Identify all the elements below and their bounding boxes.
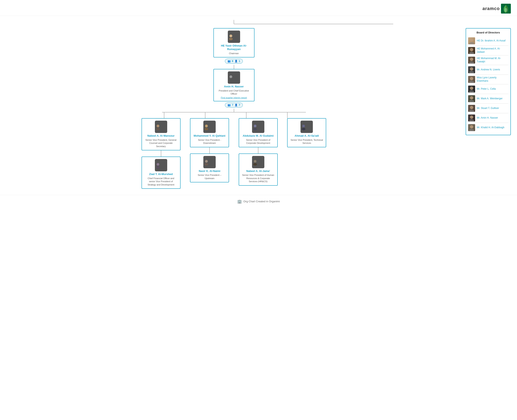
svg-point-19 [156, 166, 160, 169]
ceo-single-count: 7 [239, 104, 240, 106]
board-avatar-5 [468, 86, 475, 92]
svg-point-45 [469, 81, 474, 83]
ceo-title: President and Chief Executive Officer [217, 89, 251, 96]
chairman-node: HE Yasir Othman Al-Rumayyan Chairman [213, 28, 255, 57]
l2r2-node-1: Ziad T. Al-Murshed Chief Financial Offic… [141, 157, 181, 189]
group-icon-2: 👥 [228, 104, 231, 106]
footer-text: Org Chart Created in Organimi [243, 200, 280, 203]
svg-point-22 [205, 128, 208, 130]
l2-node-2: Mohammed Y. Al Qahtani Senior Vice Presi… [190, 118, 229, 147]
children-area: Nabeel A. Al Mansour Senior Vice Preside… [141, 112, 326, 189]
svg-point-54 [470, 125, 473, 128]
header: aramco [0, 0, 517, 16]
svg-point-26 [205, 160, 208, 162]
board-member-name-7: Mr. Stuart T. Gulliver [477, 107, 499, 110]
svg-point-6 [230, 35, 232, 37]
board-avatar-4 [468, 76, 475, 83]
l2-name-4: Ahmad A. Al-Sa'adi [290, 134, 323, 138]
l2r2-name-3: Nabeel A. Al-Jama' [242, 170, 274, 173]
l2-node-3: Abdulaziz M. Al Gudaimi Senior Vice Pres… [239, 118, 278, 147]
svg-point-41 [469, 61, 474, 64]
svg-point-16 [156, 128, 160, 130]
footer: 🏢 Org Chart Created in Organimi [0, 195, 517, 208]
svg-point-35 [302, 125, 305, 127]
v-sub-1 [161, 150, 161, 157]
l2-title-4: Senior Vice President, Technical Service… [290, 138, 323, 145]
l2-photo-2 [203, 121, 216, 133]
level2-row1: Nabeel A. Al Mansour Senior Vice Preside… [141, 118, 326, 189]
svg-point-36 [470, 38, 473, 42]
main-area: HE Yasir Othman Al-Rumayyan Chairman 👥 8… [0, 16, 517, 191]
chairman-single-count: 1 [239, 60, 240, 63]
v-line-ceo-children [234, 109, 234, 112]
svg-point-47 [469, 90, 474, 92]
board-member-name-1: HE Mohammed A. Al-Jadaan [477, 47, 508, 53]
person-icon-2: 👤 [235, 104, 238, 106]
board-member-2: HE Mohammad M. Al-Tuwaijri [468, 55, 508, 65]
aramco-leaf-icon [501, 4, 511, 14]
v-sub-3 [258, 147, 258, 153]
board-member-4: Miss Lynn Laverty Elsenhans [468, 75, 508, 84]
board-member-name-3: Mr. Andrew N. Liveris [477, 68, 500, 71]
chairman-section: HE Yasir Othman Al-Rumayyan Chairman 👥 8… [141, 28, 326, 189]
board-member-7: Mr. Stuart T. Gulliver [468, 104, 508, 113]
ceo-photo [228, 71, 240, 84]
svg-point-32 [254, 160, 256, 162]
board-member-0: HE Dr. Ibrahim A. Al-Assaf [468, 36, 508, 46]
board-avatar-9 [468, 124, 475, 131]
l2-title-2: Senior Vice President - Downstream [193, 138, 226, 145]
board-member-8: Mr. Amin H. Nasser [468, 113, 508, 123]
l2-photo-4 [301, 121, 313, 133]
svg-point-31 [253, 163, 257, 165]
l2r2-title-2: Senior Vice President – Upstream [193, 173, 226, 180]
chairman-group-count: 8 [232, 60, 233, 63]
l2r2-name-1: Ziad T. Al-Murshed [145, 172, 177, 176]
svg-point-46 [470, 87, 473, 90]
svg-point-8 [229, 79, 233, 81]
svg-point-52 [470, 115, 473, 119]
l2-col-1: Nabeel A. Al Mansour Senior Vice Preside… [141, 118, 181, 189]
chairman-title: Chairman [217, 52, 251, 55]
l2-col-3: Abdulaziz M. Al Gudaimi Senior Vice Pres… [239, 118, 278, 189]
svg-point-29 [254, 125, 256, 127]
board-member-name-6: Mr. Mark A. Weinberger [477, 97, 503, 100]
ceo-name: Amin H. Nasser [217, 85, 251, 89]
l2r2-node-3: Nabeel A. Al-Jama' Senior Vice President… [239, 153, 278, 186]
svg-point-44 [470, 77, 473, 80]
l2-col-4: Ahmad A. Al-Sa'adi Senior Vice President… [287, 118, 326, 189]
board-member-9: Mr. Khalid H. Al-Dabbagh [468, 123, 508, 132]
logo-container: aramco [482, 4, 511, 14]
ceo-report-link[interactable]: First quarter interim report [217, 97, 251, 99]
svg-point-37 [469, 42, 474, 44]
l2-node-4: Ahmad A. Al-Sa'adi Senior Vice President… [287, 118, 326, 147]
l2-name-2: Mohammed Y. Al Qahtani [193, 134, 226, 138]
l2r2-photo-1 [155, 159, 167, 171]
chairman-name: HE Yasir Othman Al-Rumayyan [217, 44, 251, 51]
svg-point-49 [469, 100, 474, 102]
l2-photo-1 [155, 121, 167, 133]
board-member-name-9: Mr. Khalid H. Al-Dabbagh [477, 126, 504, 129]
svg-point-1 [505, 8, 507, 12]
svg-point-55 [469, 129, 474, 131]
svg-point-39 [469, 52, 474, 54]
v-sub-2 [209, 147, 210, 153]
board-title: Board of Directors [468, 31, 508, 34]
org-chart-area: HE Yasir Othman Al-Rumayyan Chairman 👥 8… [6, 20, 462, 189]
svg-point-53 [469, 119, 474, 121]
l2-name-3: Abdulaziz M. Al Gudaimi [242, 134, 274, 138]
board-avatar-0 [468, 37, 475, 44]
svg-point-23 [205, 125, 208, 127]
top-connector-svg [6, 20, 462, 28]
l2r2-photo-3 [252, 156, 264, 168]
svg-point-50 [470, 106, 473, 109]
board-avatar-7 [468, 105, 475, 112]
svg-point-9 [230, 76, 232, 78]
l2-name-1: Nabeel A. Al Mansour [145, 134, 177, 138]
board-member-5: Mr. Peter L. Cella [468, 84, 508, 94]
board-member-3: Mr. Andrew N. Liveris [468, 65, 508, 75]
board-member-name-8: Mr. Amin H. Nasser [477, 116, 498, 120]
svg-point-48 [470, 96, 473, 99]
svg-point-38 [470, 48, 473, 51]
l2-node-1: Nabeel A. Al Mansour Senior Vice Preside… [141, 118, 181, 150]
svg-point-25 [205, 163, 208, 165]
